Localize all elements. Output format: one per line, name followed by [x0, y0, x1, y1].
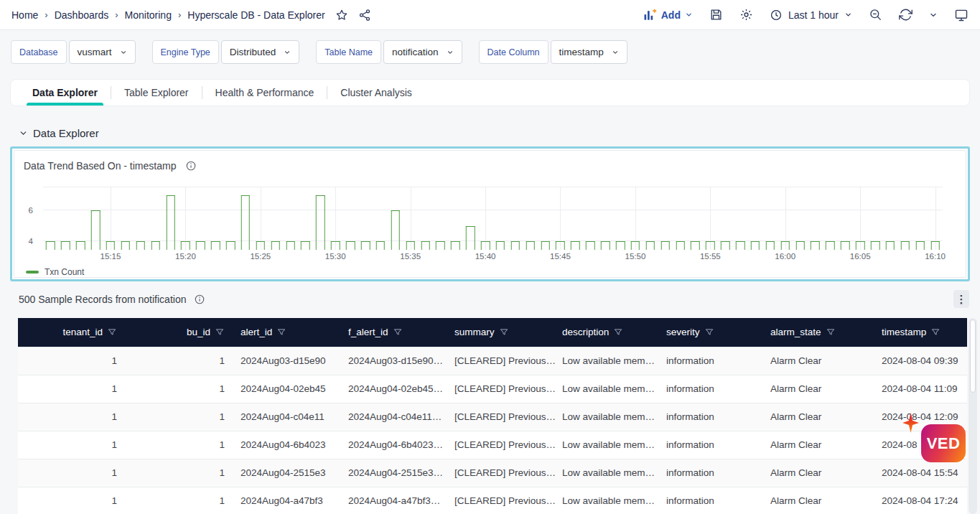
tab-health-performance[interactable]: Health & Performance [204, 80, 326, 106]
column-header-summary[interactable]: summary [447, 318, 555, 347]
filter-dropdown-table-name[interactable]: notification [383, 40, 462, 64]
cell-bu-id: 1 [126, 487, 233, 514]
chevron-down-icon [284, 49, 291, 56]
column-header-f-alert-id[interactable]: f_alert_id [341, 318, 447, 347]
cell-alarm-state: Alarm Clear [763, 403, 874, 431]
filter-icon[interactable] [499, 327, 509, 337]
refresh-icon[interactable] [899, 8, 913, 22]
info-icon[interactable] [185, 160, 197, 172]
collapse-chevron-icon[interactable] [19, 128, 28, 138]
gridline [710, 187, 711, 250]
column-header-alarm-state[interactable]: alarm_state [763, 318, 874, 347]
x-tick-label: 15:20 [175, 252, 196, 261]
filter-value: notification [392, 47, 439, 57]
cell-alert-id: 2024Aug04-6b4023 [233, 431, 341, 459]
filter-label: Date Column [479, 40, 549, 64]
filter-bar: DatabasevusmartEngine TypeDistributedTab… [11, 40, 627, 64]
filter-label: Database [11, 40, 67, 64]
filter-icon[interactable] [107, 327, 117, 337]
chart-bar [361, 241, 370, 250]
gridline [261, 187, 261, 250]
cell-alert-id: 2024Aug04-2515e3 [233, 459, 341, 487]
filter-icon[interactable] [930, 327, 941, 337]
chart-bar [166, 195, 175, 250]
gridline [635, 187, 636, 250]
column-header-bu-id[interactable]: bu_id [126, 318, 233, 347]
chart-bar [301, 241, 310, 250]
refresh-interval-chevron-icon[interactable] [929, 11, 938, 19]
cell-tenant-id: 1 [18, 375, 126, 403]
add-button[interactable]: Add [643, 8, 693, 22]
zoom-out-icon[interactable] [869, 8, 882, 22]
filter-dropdown-database[interactable]: vusmart [69, 40, 136, 64]
chart-bar [181, 241, 190, 250]
chart-bar [526, 241, 535, 250]
cell-f-alert-id: 2024Aug04-a47bf3… [341, 487, 447, 514]
gridline [43, 240, 943, 241]
table-scrollbar-track[interactable] [969, 318, 977, 514]
chart-bar [676, 241, 685, 250]
chart-bar [211, 241, 220, 250]
gear-icon[interactable] [739, 8, 753, 22]
tab-cluster-analysis[interactable]: Cluster Analysis [329, 80, 424, 106]
filter-icon[interactable] [393, 327, 403, 337]
chart-bar [61, 241, 70, 250]
chart-panel[interactable]: Data Trend Based On - timestamp 46 15:15… [10, 146, 970, 281]
chart-legend[interactable]: Txn Count [26, 267, 84, 277]
cell-description: Low available mem… [555, 347, 659, 375]
page: Home›Dashboards›Monitoring›Hyperscale DB… [0, 0, 980, 514]
column-header-alert-id[interactable]: alert_id [233, 318, 341, 347]
breadcrumb-separator: › [115, 9, 118, 20]
chart-bar [780, 241, 790, 250]
cell-bu-id: 1 [126, 347, 233, 375]
tab-table-explorer[interactable]: Table Explorer [113, 80, 200, 106]
column-header-severity[interactable]: severity [659, 318, 763, 347]
breadcrumb-item-monitoring[interactable]: Monitoring [125, 9, 172, 21]
time-range-picker[interactable]: Last 1 hour [770, 9, 852, 22]
filter-icon[interactable] [613, 327, 623, 337]
chart-bar [556, 241, 565, 250]
info-icon[interactable] [194, 294, 205, 305]
filter-value: Distributed [230, 47, 276, 57]
cell-f-alert-id: 2024Aug04-2515e3… [341, 459, 447, 487]
chart-bar [541, 241, 550, 250]
filter-icon[interactable] [704, 327, 714, 337]
column-header-tenant-id[interactable]: tenant_id [18, 318, 126, 347]
breadcrumb-item-dashboards[interactable]: Dashboards [55, 9, 109, 21]
filter-icon[interactable] [826, 327, 836, 337]
filter-dropdown-engine-type[interactable]: Distributed [221, 40, 300, 64]
x-tick-label: 15:35 [400, 252, 421, 261]
tab-data-explorer[interactable]: Data Explorer [21, 80, 109, 106]
filter-icon[interactable] [276, 327, 286, 337]
chart-bar [646, 241, 655, 250]
table-scrollbar-thumb[interactable] [970, 319, 976, 393]
chart-bar [256, 241, 266, 250]
monitor-icon[interactable] [954, 8, 969, 22]
records-title: 500 Sample Records from notification [19, 294, 186, 305]
favorite-star-icon[interactable] [335, 9, 348, 22]
cell-severity: information [659, 375, 763, 403]
chart-bar [616, 241, 625, 250]
filter-dropdown-date-column[interactable]: timestamp [551, 40, 627, 64]
x-tick-label: 15:45 [550, 252, 571, 261]
cell-f-alert-id: 2024Aug03-d15e90… [341, 347, 447, 375]
column-header-timestamp[interactable]: timestamp [874, 318, 967, 347]
column-label: tenant_id [62, 327, 103, 337]
chevron-down-icon [844, 11, 852, 19]
chart-bar [106, 241, 116, 250]
x-tick-label: 15:15 [101, 252, 121, 261]
chart-bar [346, 241, 355, 250]
x-tick-label: 15:50 [625, 252, 646, 261]
save-icon[interactable] [709, 8, 723, 22]
breadcrumb-item-home[interactable]: Home [11, 9, 38, 21]
kebab-menu-icon[interactable]: ⋮ [953, 290, 969, 308]
chart-plot [43, 187, 943, 250]
filter-icon[interactable] [215, 327, 225, 337]
cell-severity: information [659, 431, 763, 459]
chart-bar [271, 241, 280, 250]
column-label: f_alert_id [348, 327, 388, 337]
cell-description: Low available mem… [555, 375, 659, 403]
column-header-description[interactable]: description [555, 318, 659, 347]
cell-bu-id: 1 [126, 403, 233, 431]
share-icon[interactable] [358, 9, 371, 22]
